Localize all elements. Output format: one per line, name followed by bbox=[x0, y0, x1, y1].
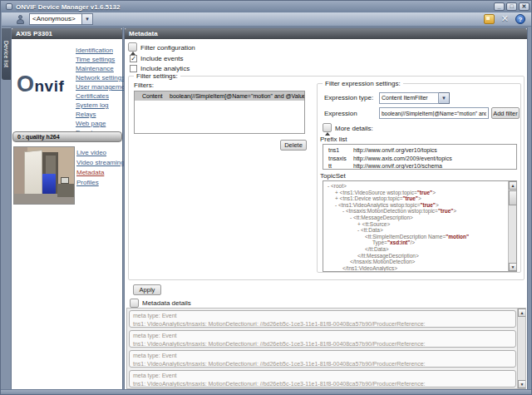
xml-text: > bbox=[453, 208, 456, 214]
topicset-tree[interactable]: - <root>+ <tns1:VideoSource wstop:topic=… bbox=[323, 180, 517, 272]
prefix-list-label: Prefix list bbox=[320, 136, 347, 143]
profile-link[interactable]: Profiles bbox=[76, 178, 123, 188]
topicset-scrollbar[interactable]: ▲ ▼ bbox=[508, 181, 516, 271]
camera-thumbnail[interactable] bbox=[13, 146, 75, 205]
topicset-node[interactable]: - <root> bbox=[323, 183, 516, 190]
device-link[interactable]: Time settings bbox=[76, 55, 122, 64]
checkbox-unchecked-icon[interactable] bbox=[130, 65, 137, 72]
onvif-logo: Onvif bbox=[17, 72, 73, 97]
expression-type-select[interactable]: Content ItemFilter ▼ bbox=[379, 92, 450, 104]
topicset-node[interactable]: </tnsaxis:MotionDetection> bbox=[323, 259, 516, 265]
expression-type-value[interactable]: Content ItemFilter bbox=[379, 92, 439, 104]
account-select[interactable]: <Anonymous> ▼ bbox=[29, 13, 93, 25]
entry-meta-type: meta type: Event bbox=[133, 372, 515, 380]
metadata-entry[interactable]: meta type: Eventtns1: VideoAnalytics/tns… bbox=[129, 370, 516, 388]
filter-configuration-toggle[interactable] bbox=[128, 42, 137, 52]
prefix-row: tns1http://www.onvif.org/ver10/topics bbox=[323, 146, 516, 155]
apply-button[interactable]: Apply bbox=[133, 284, 161, 295]
prefix-name: tns1 bbox=[323, 146, 353, 155]
expression-input[interactable] bbox=[379, 107, 489, 119]
topicset-node[interactable]: - <tns1:VideoAnalytics wstop:topic="true… bbox=[323, 202, 516, 209]
device-link[interactable]: System log bbox=[76, 101, 122, 110]
topicset-node[interactable]: </tt:MessageDescription> bbox=[323, 253, 516, 259]
metadata-entry[interactable]: meta type: Eventtns1: VideoAnalytics/tns… bbox=[129, 330, 516, 348]
topicset-node[interactable]: </tns1:VideoAnalytics> bbox=[323, 265, 516, 272]
topicset-node[interactable]: - <tt:Data> bbox=[323, 227, 516, 234]
maximize-button[interactable]: □ bbox=[506, 2, 517, 11]
xml-text: </tt:Data> bbox=[365, 246, 389, 252]
topicset-node[interactable]: + <tt:Source> bbox=[323, 221, 516, 228]
chevron-down-icon[interactable]: ▼ bbox=[82, 13, 93, 25]
device-panel: AXIS P3301 Onvif IdentificationTime sett… bbox=[11, 27, 123, 390]
topicset-node[interactable]: <tt:SimpleItemDescription Name="motion" bbox=[323, 234, 516, 240]
user-switch-icon[interactable] bbox=[15, 14, 26, 25]
device-link[interactable]: Identification bbox=[76, 46, 122, 55]
device-list-tab[interactable]: Device list bbox=[2, 28, 11, 80]
checkbox-checked-icon[interactable]: ✓ bbox=[130, 55, 137, 62]
topicset-node[interactable]: - <tnsaxis:MotionDetection wstop:topic="… bbox=[323, 208, 516, 215]
prefix-row: tnsaxishttp://www.axis.com/2009/event/to… bbox=[323, 155, 516, 163]
topicset-node[interactable]: Type="xsd:int"/> bbox=[323, 239, 516, 246]
metadata-details-list: meta type: Eventtns1: VideoAnalytics/tns… bbox=[126, 308, 526, 389]
entry-topic: tns1: VideoAnalytics/tnsaxis: MotionDete… bbox=[133, 340, 515, 348]
metadata-entry[interactable]: meta type: Eventtns1: VideoAnalytics/tns… bbox=[129, 350, 516, 368]
topicset-node[interactable]: - <tt:MessageDescription> bbox=[323, 215, 516, 221]
device-link[interactable]: Network settings bbox=[76, 73, 122, 82]
metadata-details-toggle[interactable] bbox=[130, 299, 139, 308]
topicset-node[interactable]: </tt:Data> bbox=[323, 246, 516, 253]
device-link[interactable]: User management bbox=[76, 82, 122, 91]
topicset-node[interactable]: + <tns1:Device wstop:topic="true"> bbox=[323, 195, 516, 202]
account-select-value[interactable]: <Anonymous> bbox=[29, 13, 82, 25]
window-bottom-edge bbox=[1, 389, 531, 394]
entry-meta-type: meta type: Event bbox=[133, 332, 515, 340]
xml-attr-value: "true" bbox=[402, 195, 417, 201]
topicset-label: TopicSet bbox=[320, 172, 346, 180]
scroll-up-icon[interactable]: ▲ bbox=[518, 309, 526, 317]
filter-type: Content bbox=[135, 91, 170, 101]
scrollbar-thumb[interactable] bbox=[509, 190, 517, 205]
help-icon[interactable]: ? bbox=[515, 14, 525, 24]
thumb-desk bbox=[57, 184, 75, 197]
prefix-uri: http://www.onvif.org/ver10/topics bbox=[353, 146, 437, 155]
maintenance-icon[interactable]: ✕ bbox=[501, 13, 509, 24]
xml-text: Type= bbox=[372, 239, 387, 245]
device-link[interactable]: Web page bbox=[76, 119, 122, 128]
prefix-list: tns1http://www.onvif.org/ver10/topicstns… bbox=[323, 144, 517, 170]
profile-link[interactable]: Video streaming bbox=[76, 158, 123, 168]
include-events-checkbox[interactable]: ✓ Include events bbox=[130, 55, 184, 62]
filter-row[interactable]: Contentboolean(//SimpleItem[@Name="motio… bbox=[135, 91, 304, 101]
prefix-uri: http://www.axis.com/2009/event/topics bbox=[353, 155, 452, 163]
device-link[interactable]: Certificates bbox=[76, 91, 122, 101]
entry-topic: tns1: VideoAnalytics/tnsaxis: MotionDete… bbox=[133, 320, 515, 328]
manage-devices-icon[interactable] bbox=[484, 14, 495, 24]
details-scrollbar[interactable]: ▲ ▼ bbox=[517, 309, 525, 388]
more-details-toggle[interactable] bbox=[323, 123, 332, 132]
close-button[interactable]: ✕ bbox=[519, 2, 530, 11]
filters-list[interactable]: Contentboolean(//SimpleItem[@Name="motio… bbox=[134, 91, 305, 134]
metadata-entry[interactable]: meta type: Eventtns1: VideoAnalytics/tns… bbox=[129, 310, 516, 328]
profile-link[interactable]: Metadata bbox=[76, 168, 123, 178]
prefix-name: tnsaxis bbox=[323, 155, 353, 163]
xml-text: + <tns1:VideoSource wstop:topic= bbox=[335, 190, 417, 195]
scroll-down-icon[interactable]: ▼ bbox=[518, 380, 526, 388]
include-analytics-checkbox[interactable]: Include analytics bbox=[130, 65, 190, 72]
scroll-down-icon[interactable]: ▼ bbox=[509, 263, 517, 271]
prefix-row: tthttp://www.onvif.org/ver10/schema bbox=[323, 162, 516, 170]
scroll-up-icon[interactable]: ▲ bbox=[509, 181, 517, 190]
xml-text: </tnsaxis:MotionDetection> bbox=[350, 259, 415, 264]
expression-type-label: Expression type: bbox=[324, 94, 373, 101]
add-filter-button[interactable]: Add filter bbox=[491, 107, 520, 119]
thumb-device bbox=[61, 177, 69, 184]
chevron-down-icon[interactable]: ▼ bbox=[439, 92, 450, 104]
toolbar: <Anonymous> ▼ ✕ ? bbox=[2, 12, 532, 27]
xml-text: - <tns1:VideoAnalytics wstop:topic= bbox=[335, 202, 421, 208]
device-link[interactable]: Relays bbox=[76, 110, 122, 119]
device-link[interactable]: Maintenance bbox=[76, 64, 122, 73]
minimize-button[interactable]: _ bbox=[494, 2, 505, 11]
topicset-node[interactable]: + <tns1:VideoSource wstop:topic="true"> bbox=[323, 190, 516, 196]
entry-meta-type: meta type: Event bbox=[133, 312, 515, 320]
delete-button[interactable]: Delete bbox=[280, 140, 307, 151]
profile-link[interactable]: Live video bbox=[76, 148, 123, 158]
profile-header[interactable]: 0 : quality h264 bbox=[12, 131, 122, 142]
filter-expression: boolean(//SimpleItem[@Name="motion" and … bbox=[170, 91, 304, 101]
